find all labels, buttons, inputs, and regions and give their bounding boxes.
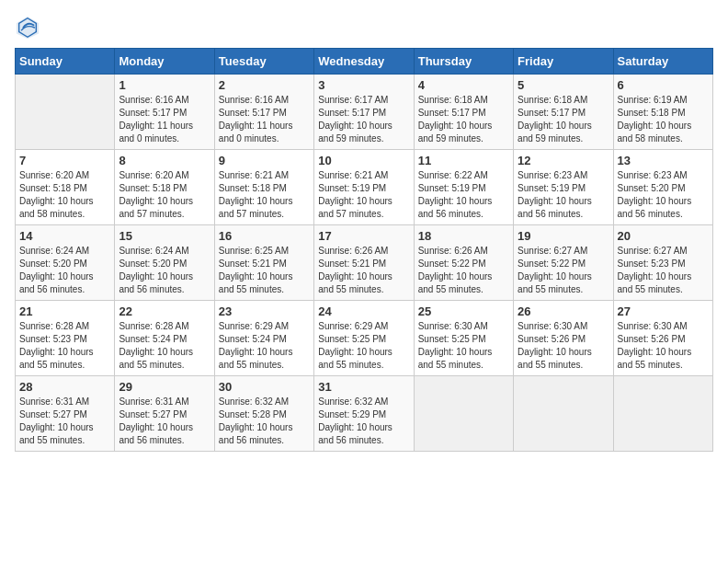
day-number: 19 (518, 229, 609, 243)
page-header (15, 15, 713, 40)
empty-cell (16, 75, 115, 150)
calendar-day-cell: 19Sunrise: 6:27 AM Sunset: 5:22 PM Dayli… (514, 225, 613, 301)
day-info: Sunrise: 6:18 AM Sunset: 5:17 PM Dayligh… (418, 94, 509, 145)
day-info: Sunrise: 6:30 AM Sunset: 5:26 PM Dayligh… (518, 320, 609, 372)
day-info: Sunrise: 6:23 AM Sunset: 5:20 PM Dayligh… (618, 169, 709, 221)
day-info: Sunrise: 6:22 AM Sunset: 5:19 PM Dayligh… (418, 169, 509, 221)
empty-cell (514, 376, 613, 452)
column-header-wednesday: Wednesday (314, 49, 414, 75)
day-number: 15 (119, 229, 210, 243)
day-info: Sunrise: 6:31 AM Sunset: 5:27 PM Dayligh… (19, 396, 110, 447)
day-info: Sunrise: 6:19 AM Sunset: 5:18 PM Dayligh… (618, 94, 709, 145)
day-info: Sunrise: 6:27 AM Sunset: 5:22 PM Dayligh… (518, 245, 609, 296)
calendar-day-cell: 23Sunrise: 6:29 AM Sunset: 5:24 PM Dayli… (214, 301, 313, 376)
day-info: Sunrise: 6:28 AM Sunset: 5:24 PM Dayligh… (119, 320, 210, 372)
calendar-day-cell: 12Sunrise: 6:23 AM Sunset: 5:19 PM Dayli… (514, 150, 613, 225)
day-info: Sunrise: 6:24 AM Sunset: 5:20 PM Dayligh… (19, 245, 110, 296)
logo (15, 15, 44, 40)
day-info: Sunrise: 6:30 AM Sunset: 5:25 PM Dayligh… (418, 320, 509, 372)
day-info: Sunrise: 6:24 AM Sunset: 5:20 PM Dayligh… (119, 245, 210, 296)
calendar-day-cell: 3Sunrise: 6:17 AM Sunset: 5:17 PM Daylig… (314, 75, 414, 150)
calendar-day-cell: 2Sunrise: 6:16 AM Sunset: 5:17 PM Daylig… (214, 75, 313, 150)
day-info: Sunrise: 6:25 AM Sunset: 5:21 PM Dayligh… (219, 245, 310, 296)
calendar-day-cell: 22Sunrise: 6:28 AM Sunset: 5:24 PM Dayli… (115, 301, 214, 376)
day-number: 22 (119, 304, 210, 318)
calendar-day-cell: 20Sunrise: 6:27 AM Sunset: 5:23 PM Dayli… (613, 225, 712, 301)
day-number: 10 (318, 154, 409, 167)
day-number: 28 (19, 380, 110, 394)
day-number: 31 (318, 380, 409, 394)
calendar-day-cell: 1Sunrise: 6:16 AM Sunset: 5:17 PM Daylig… (115, 75, 214, 150)
day-number: 6 (618, 78, 709, 92)
calendar-day-cell: 18Sunrise: 6:26 AM Sunset: 5:22 PM Dayli… (414, 225, 513, 301)
calendar-day-cell: 11Sunrise: 6:22 AM Sunset: 5:19 PM Dayli… (414, 150, 513, 225)
day-number: 30 (219, 380, 310, 394)
day-info: Sunrise: 6:29 AM Sunset: 5:24 PM Dayligh… (219, 320, 310, 372)
day-info: Sunrise: 6:26 AM Sunset: 5:21 PM Dayligh… (318, 245, 409, 296)
calendar-day-cell: 14Sunrise: 6:24 AM Sunset: 5:20 PM Dayli… (16, 225, 115, 301)
day-info: Sunrise: 6:26 AM Sunset: 5:22 PM Dayligh… (418, 245, 509, 296)
empty-cell (613, 376, 712, 452)
calendar-day-cell: 30Sunrise: 6:32 AM Sunset: 5:28 PM Dayli… (214, 376, 313, 452)
calendar-day-cell: 4Sunrise: 6:18 AM Sunset: 5:17 PM Daylig… (414, 75, 513, 150)
day-info: Sunrise: 6:32 AM Sunset: 5:28 PM Dayligh… (219, 396, 310, 447)
calendar-day-cell: 8Sunrise: 6:20 AM Sunset: 5:18 PM Daylig… (115, 150, 214, 225)
day-info: Sunrise: 6:31 AM Sunset: 5:27 PM Dayligh… (119, 396, 210, 447)
calendar-day-cell: 26Sunrise: 6:30 AM Sunset: 5:26 PM Dayli… (514, 301, 613, 376)
calendar-day-cell: 6Sunrise: 6:19 AM Sunset: 5:18 PM Daylig… (613, 75, 712, 150)
day-number: 17 (318, 229, 409, 243)
column-header-tuesday: Tuesday (214, 49, 313, 75)
day-number: 2 (219, 78, 310, 92)
calendar-week-row: 28Sunrise: 6:31 AM Sunset: 5:27 PM Dayli… (16, 376, 713, 452)
day-info: Sunrise: 6:17 AM Sunset: 5:17 PM Dayligh… (318, 94, 409, 145)
day-number: 29 (119, 380, 210, 394)
day-info: Sunrise: 6:29 AM Sunset: 5:25 PM Dayligh… (318, 320, 409, 372)
column-header-saturday: Saturday (613, 49, 712, 75)
calendar-day-cell: 31Sunrise: 6:32 AM Sunset: 5:29 PM Dayli… (314, 376, 414, 452)
day-number: 12 (518, 154, 609, 167)
day-info: Sunrise: 6:21 AM Sunset: 5:18 PM Dayligh… (219, 169, 310, 221)
day-number: 3 (318, 78, 409, 92)
calendar-day-cell: 28Sunrise: 6:31 AM Sunset: 5:27 PM Dayli… (16, 376, 115, 452)
calendar-day-cell: 10Sunrise: 6:21 AM Sunset: 5:19 PM Dayli… (314, 150, 414, 225)
calendar-day-cell: 13Sunrise: 6:23 AM Sunset: 5:20 PM Dayli… (613, 150, 712, 225)
calendar-week-row: 7Sunrise: 6:20 AM Sunset: 5:18 PM Daylig… (16, 150, 713, 225)
day-info: Sunrise: 6:27 AM Sunset: 5:23 PM Dayligh… (618, 245, 709, 296)
day-info: Sunrise: 6:21 AM Sunset: 5:19 PM Dayligh… (318, 169, 409, 221)
day-number: 25 (418, 304, 509, 318)
day-info: Sunrise: 6:32 AM Sunset: 5:29 PM Dayligh… (318, 396, 409, 447)
day-number: 8 (119, 154, 210, 167)
day-number: 14 (19, 229, 110, 243)
day-number: 13 (618, 154, 709, 167)
calendar-day-cell: 17Sunrise: 6:26 AM Sunset: 5:21 PM Dayli… (314, 225, 414, 301)
day-info: Sunrise: 6:16 AM Sunset: 5:17 PM Dayligh… (119, 94, 210, 145)
day-number: 20 (618, 229, 709, 243)
column-header-monday: Monday (115, 49, 214, 75)
day-number: 23 (219, 304, 310, 318)
logo-icon (15, 15, 40, 40)
day-info: Sunrise: 6:16 AM Sunset: 5:17 PM Dayligh… (219, 94, 310, 145)
calendar-day-cell: 5Sunrise: 6:18 AM Sunset: 5:17 PM Daylig… (514, 75, 613, 150)
calendar-day-cell: 27Sunrise: 6:30 AM Sunset: 5:26 PM Dayli… (613, 301, 712, 376)
column-header-sunday: Sunday (16, 49, 115, 75)
calendar-day-cell: 24Sunrise: 6:29 AM Sunset: 5:25 PM Dayli… (314, 301, 414, 376)
day-info: Sunrise: 6:20 AM Sunset: 5:18 PM Dayligh… (119, 169, 210, 221)
day-info: Sunrise: 6:23 AM Sunset: 5:19 PM Dayligh… (518, 169, 609, 221)
calendar-header-row: SundayMondayTuesdayWednesdayThursdayFrid… (16, 49, 713, 75)
empty-cell (414, 376, 513, 452)
day-number: 4 (418, 78, 509, 92)
calendar-day-cell: 21Sunrise: 6:28 AM Sunset: 5:23 PM Dayli… (16, 301, 115, 376)
column-header-thursday: Thursday (414, 49, 513, 75)
calendar-day-cell: 9Sunrise: 6:21 AM Sunset: 5:18 PM Daylig… (214, 150, 313, 225)
day-info: Sunrise: 6:28 AM Sunset: 5:23 PM Dayligh… (19, 320, 110, 372)
calendar-table: SundayMondayTuesdayWednesdayThursdayFrid… (15, 48, 713, 452)
column-header-friday: Friday (514, 49, 613, 75)
calendar-day-cell: 7Sunrise: 6:20 AM Sunset: 5:18 PM Daylig… (16, 150, 115, 225)
day-info: Sunrise: 6:20 AM Sunset: 5:18 PM Dayligh… (19, 169, 110, 221)
calendar-week-row: 14Sunrise: 6:24 AM Sunset: 5:20 PM Dayli… (16, 225, 713, 301)
day-number: 5 (518, 78, 609, 92)
calendar-day-cell: 15Sunrise: 6:24 AM Sunset: 5:20 PM Dayli… (115, 225, 214, 301)
calendar-week-row: 1Sunrise: 6:16 AM Sunset: 5:17 PM Daylig… (16, 75, 713, 150)
day-number: 7 (19, 154, 110, 167)
day-number: 21 (19, 304, 110, 318)
